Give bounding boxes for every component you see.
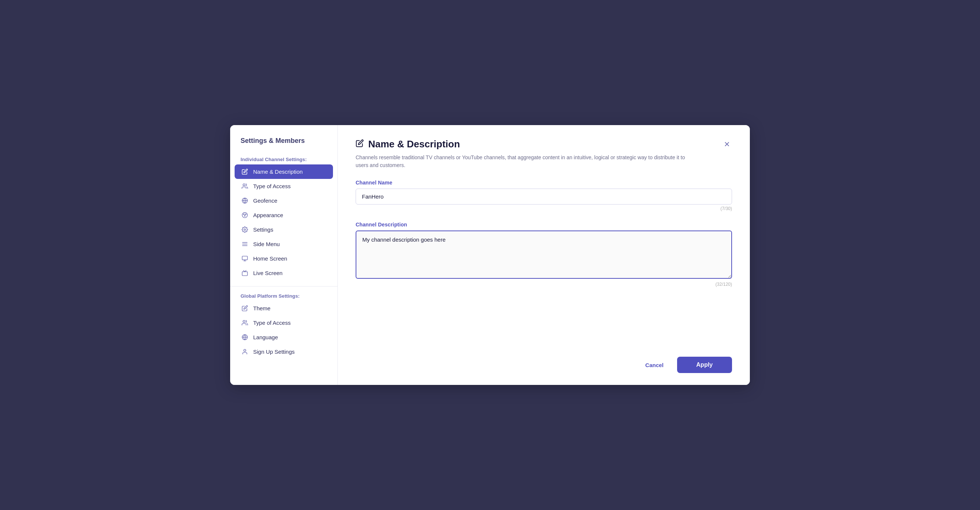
sidebar-item-label: Type of Access: [253, 183, 291, 189]
channel-description-char-count: (32/120): [356, 282, 732, 287]
sidebar-item-settings[interactable]: Settings: [230, 222, 337, 237]
channel-description-textarea[interactable]: [356, 230, 732, 279]
sidebar-item-label: Geofence: [253, 197, 277, 204]
sidebar-item-label: Sign Up Settings: [253, 348, 295, 355]
global-section-label: Global Platform Settings:: [230, 290, 337, 301]
svg-point-15: [243, 320, 245, 323]
individual-section-label: Individual Channel Settings:: [230, 154, 337, 164]
live-screen-icon: [240, 270, 249, 276]
globe-icon: [240, 197, 249, 204]
sidebar: Settings & Members Individual Channel Se…: [230, 125, 338, 385]
main-content: Name & Description × Channels resemble t…: [338, 125, 750, 385]
channel-description-section: Channel Description (32/120): [356, 222, 732, 294]
svg-point-0: [243, 184, 245, 186]
sidebar-item-label: Side Menu: [253, 241, 280, 247]
pencil-icon: [240, 168, 249, 175]
settings-modal: Settings & Members Individual Channel Se…: [230, 125, 750, 385]
svg-rect-11: [242, 256, 247, 260]
language-icon: [240, 334, 249, 340]
svg-point-18: [243, 349, 246, 351]
sidebar-item-label: Live Screen: [253, 270, 283, 276]
palette-icon: [240, 212, 249, 218]
sidebar-title: Settings & Members: [230, 137, 337, 154]
sidebar-item-side-menu[interactable]: Side Menu: [230, 237, 337, 251]
sidebar-item-home-screen[interactable]: Home Screen: [230, 251, 337, 266]
modal-header: Name & Description ×: [356, 138, 732, 150]
modal-title: Name & Description: [368, 138, 460, 150]
channel-name-section: Channel Name (7/30): [356, 180, 732, 219]
sidebar-item-name-description[interactable]: Name & Description: [235, 164, 333, 179]
gear-icon: [240, 226, 249, 233]
close-button[interactable]: ×: [722, 138, 732, 149]
sidebar-item-label: Home Screen: [253, 255, 287, 262]
modal-subtitle: Channels resemble traditional TV channel…: [356, 154, 690, 169]
sidebar-item-label: Settings: [253, 226, 273, 233]
modal-title-pencil-icon: [356, 139, 364, 149]
sidebar-item-appearance[interactable]: Appearance: [230, 208, 337, 222]
svg-rect-14: [242, 272, 247, 276]
svg-point-4: [243, 214, 244, 214]
sidebar-item-label: Name & Description: [253, 168, 302, 175]
svg-point-7: [244, 229, 245, 230]
sidebar-item-label: Theme: [253, 305, 270, 311]
sidebar-item-sign-up-settings[interactable]: Sign Up Settings: [230, 345, 337, 359]
modal-overlay: Settings & Members Individual Channel Se…: [0, 0, 980, 510]
modal-title-row: Name & Description: [356, 138, 460, 150]
svg-point-5: [245, 214, 246, 214]
sidebar-item-geofence[interactable]: Geofence: [230, 193, 337, 208]
apply-button[interactable]: Apply: [677, 357, 732, 373]
signup-icon: [240, 348, 249, 355]
users-icon: [240, 183, 249, 189]
svg-point-6: [244, 216, 245, 216]
sidebar-item-label: Language: [253, 334, 278, 340]
users-global-icon: [240, 319, 249, 326]
channel-name-label: Channel Name: [356, 180, 732, 186]
sidebar-item-live-screen[interactable]: Live Screen: [230, 266, 337, 280]
sidebar-item-theme[interactable]: Theme: [230, 301, 337, 316]
sidebar-item-language[interactable]: Language: [230, 330, 337, 345]
monitor-icon: [240, 255, 249, 262]
sidebar-item-label: Appearance: [253, 212, 283, 218]
modal-footer: Cancel Apply: [356, 343, 732, 373]
channel-description-label: Channel Description: [356, 222, 732, 227]
sidebar-item-type-of-access[interactable]: Type of Access: [230, 179, 337, 193]
channel-name-char-count: (7/30): [356, 206, 732, 211]
svg-point-3: [242, 212, 247, 218]
sidebar-item-label: Type of Access: [253, 319, 291, 326]
cancel-button[interactable]: Cancel: [638, 358, 671, 372]
sidebar-item-type-of-access-global[interactable]: Type of Access: [230, 316, 337, 330]
channel-name-input[interactable]: [356, 189, 732, 205]
sidebar-divider: [230, 286, 337, 286]
menu-icon: [240, 241, 249, 247]
theme-icon: [240, 305, 249, 311]
